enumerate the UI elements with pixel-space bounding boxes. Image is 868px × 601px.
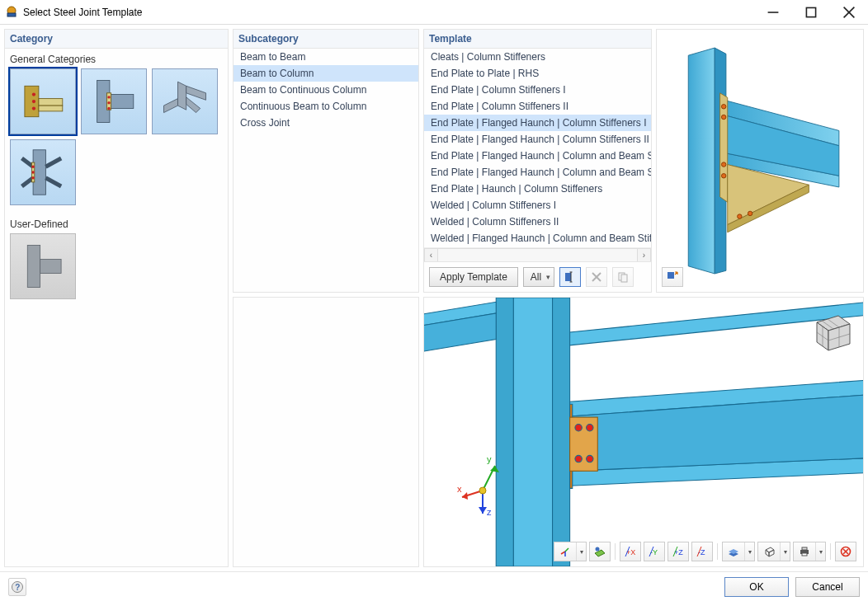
cancel-button[interactable]: Cancel	[795, 577, 860, 597]
svg-rect-52	[668, 272, 674, 279]
template-hscroll[interactable]: ‹ ›	[424, 247, 651, 261]
template-header: Template	[424, 30, 651, 49]
svg-rect-6	[25, 86, 39, 116]
subcategory-list: Beam to BeamBeam to ColumnBeam to Contin…	[234, 49, 418, 292]
vp-print-tool[interactable]: ▾	[793, 542, 826, 561]
viewport-3d[interactable]: x y z ▾	[424, 298, 863, 566]
vp-view-minus-y[interactable]: -Y	[644, 542, 665, 561]
category-panel: Category General Categories User-Defined	[4, 29, 229, 567]
template-item[interactable]: Welded | Column Stiffeners II	[424, 214, 651, 230]
svg-point-48	[721, 162, 725, 167]
subcategory-item[interactable]: Beam to Column	[234, 65, 418, 82]
scroll-left-icon[interactable]: ‹	[424, 248, 438, 262]
svg-marker-18	[178, 82, 186, 110]
vp-display-mode[interactable]: ▾	[722, 542, 755, 561]
template-item[interactable]: Welded | Flanged Haunch | Column and Bea…	[424, 230, 651, 247]
subcategory-item[interactable]: Beam to Beam	[234, 49, 418, 65]
template-item[interactable]: End Plate | Flanged Haunch | Column and …	[424, 148, 651, 164]
svg-rect-33	[565, 273, 571, 281]
svg-text:x: x	[457, 484, 462, 494]
close-button[interactable]	[830, 0, 868, 25]
svg-rect-106	[802, 547, 807, 550]
vp-view-plus-x[interactable]: +X	[620, 542, 641, 561]
svg-text:+X: +X	[626, 548, 635, 556]
svg-point-16	[107, 101, 110, 104]
scroll-right-icon[interactable]: ›	[637, 248, 651, 262]
template-item[interactable]: Cleats | Column Stiffeners	[424, 49, 651, 65]
svg-point-91	[596, 547, 600, 552]
preview-panel	[656, 29, 864, 293]
category-thumb-user-0[interactable]	[10, 233, 76, 299]
template-item[interactable]: End Plate | Haunch | Column Stiffeners	[424, 181, 651, 197]
template-item[interactable]: End Plate | Column Stiffeners I	[424, 82, 651, 98]
preview-area	[657, 30, 863, 292]
main-area: Category General Categories User-Defined	[0, 25, 868, 571]
display-mode-icon	[723, 542, 744, 561]
window-title: Select Steel Joint Template	[23, 7, 143, 18]
template-item[interactable]: End Plate to Plate | RHS	[424, 65, 651, 82]
svg-rect-7	[39, 99, 63, 106]
vp-close-tool[interactable]	[835, 542, 856, 561]
vp-plane-tool[interactable]	[589, 542, 611, 561]
svg-point-30	[31, 176, 34, 179]
svg-marker-43	[720, 93, 728, 202]
viewport-toolbar: ▾ +X -Y +Z -Z ▾ ▾ ▾	[554, 542, 856, 561]
vp-wireframe-mode[interactable]: ▾	[757, 542, 790, 561]
apply-template-button[interactable]: Apply Template	[429, 267, 518, 287]
svg-point-64	[575, 425, 582, 431]
template-panel: Template Cleats | Column StiffenersEnd P…	[423, 29, 652, 293]
subcategory-item[interactable]: Continuous Beam to Column	[234, 98, 418, 115]
svg-text:z: z	[487, 507, 492, 517]
template-item[interactable]: End Plate | Flanged Haunch | Column Stif…	[424, 131, 651, 148]
nav-cube[interactable]	[805, 306, 855, 355]
svg-marker-54	[496, 298, 513, 566]
category-thumb-general-0[interactable]	[10, 68, 76, 134]
subcategory-header: Subcategory	[234, 30, 418, 49]
svg-point-10	[32, 100, 35, 103]
viewport-render	[424, 298, 863, 566]
category-header: Category	[5, 30, 228, 49]
rename-template-button[interactable]	[559, 267, 581, 287]
svg-point-66	[575, 455, 582, 462]
delete-template-button[interactable]	[586, 267, 607, 287]
vp-axis-tool[interactable]: ▾	[554, 542, 587, 561]
svg-rect-31	[27, 246, 40, 288]
title-bar: Select Steel Joint Template	[0, 0, 868, 25]
category-thumb-general-2[interactable]	[152, 68, 218, 134]
subcategory-item[interactable]: Cross Joint	[234, 115, 418, 131]
svg-point-74	[479, 487, 486, 494]
category-thumb-general-3[interactable]	[10, 139, 76, 205]
subcategory-item[interactable]: Beam to Continuous Column	[234, 82, 418, 98]
chevron-down-icon: ▾	[780, 542, 790, 561]
svg-point-17	[107, 107, 110, 110]
template-filter-select[interactable]: All ▾	[523, 267, 554, 287]
svg-point-28	[31, 166, 34, 168]
copy-template-button[interactable]	[612, 267, 634, 287]
svg-marker-19	[186, 86, 206, 100]
svg-point-49	[721, 174, 725, 178]
svg-rect-32	[40, 260, 62, 274]
svg-point-67	[587, 455, 593, 462]
svg-rect-37	[621, 275, 627, 282]
maximize-button[interactable]	[792, 0, 830, 25]
vp-view-plus-z[interactable]: +Z	[668, 542, 689, 561]
template-item[interactable]: End Plate | Flanged Haunch | Column and …	[424, 164, 651, 181]
template-item[interactable]: End Plate | Flanged Haunch | Column Stif…	[424, 115, 651, 131]
vp-view-minus-z[interactable]: -Z	[691, 542, 713, 561]
template-item[interactable]: End Plate | Column Stiffeners II	[424, 98, 651, 115]
general-categories-label: General Categories	[5, 49, 228, 68]
svg-point-11	[32, 106, 35, 110]
category-thumb-general-1[interactable]	[81, 68, 147, 134]
chevron-down-icon: ▾	[576, 542, 586, 561]
dialog-footer: ? OK Cancel	[0, 571, 868, 601]
ok-button[interactable]: OK	[724, 577, 789, 597]
svg-point-50	[738, 214, 742, 218]
template-item[interactable]: Welded | Column Stiffeners I	[424, 197, 651, 214]
help-button[interactable]: ?	[8, 578, 26, 596]
preview-render	[673, 41, 847, 280]
preview-expand-button[interactable]	[662, 267, 683, 287]
wireframe-icon	[758, 542, 780, 561]
scroll-track[interactable]	[438, 248, 637, 262]
empty-panel	[233, 297, 419, 567]
minimize-button[interactable]	[754, 0, 792, 25]
